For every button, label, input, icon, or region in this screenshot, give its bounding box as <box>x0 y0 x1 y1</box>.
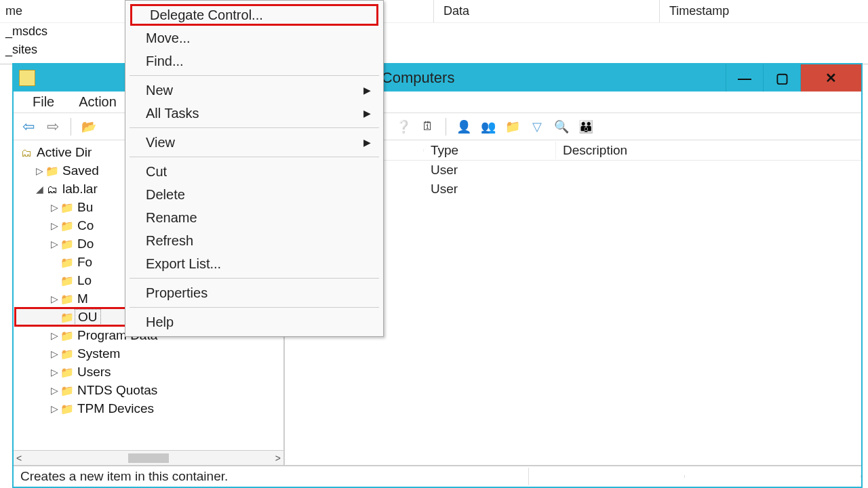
scroll-left-icon[interactable]: < <box>16 453 22 464</box>
dns-col-timestamp[interactable]: Timestamp <box>664 1 734 21</box>
expander-icon[interactable]: ▷ <box>49 330 60 341</box>
ctx-separator <box>130 278 379 279</box>
submenu-arrow-icon: ▶ <box>363 108 371 119</box>
folder-icon <box>60 346 75 361</box>
folder-icon <box>60 328 75 343</box>
submenu-arrow-icon: ▶ <box>363 85 371 96</box>
up-folder-icon[interactable] <box>79 117 98 136</box>
help-icon[interactable] <box>394 117 413 136</box>
ctx-cut[interactable]: Cut <box>125 160 383 183</box>
tree-item-ntds-quotas[interactable]: ▷NTDS Quotas <box>15 381 283 399</box>
folder-icon <box>60 218 75 233</box>
ctx-help[interactable]: Help <box>125 310 383 333</box>
find-icon[interactable] <box>552 117 571 136</box>
expander-icon[interactable]: ▷ <box>49 385 60 396</box>
forward-icon[interactable] <box>43 117 62 136</box>
root-icon <box>19 145 34 160</box>
new-ou-icon[interactable] <box>503 117 522 136</box>
expander-icon[interactable]: ▷ <box>49 403 60 414</box>
tree-item-users[interactable]: ▷Users <box>15 363 283 381</box>
menu-action[interactable]: Action <box>66 93 129 111</box>
ctx-export-list[interactable]: Export List... <box>125 252 383 275</box>
new-user-icon[interactable] <box>454 117 473 136</box>
context-menu: Delegate Control...Move...Find...New▶All… <box>125 0 384 337</box>
folder-icon <box>45 163 60 178</box>
ctx-separator <box>130 75 379 76</box>
expander-icon[interactable]: ▷ <box>49 367 60 378</box>
ctx-rename[interactable]: Rename <box>125 206 383 229</box>
scroll-thumb[interactable] <box>128 453 169 463</box>
ctx-new[interactable]: New▶ <box>125 79 383 102</box>
folder-icon <box>60 255 75 270</box>
folder-icon <box>60 310 75 325</box>
ctx-all-tasks[interactable]: All Tasks▶ <box>125 102 383 125</box>
ctx-delegate-control[interactable]: Delegate Control... <box>130 3 379 26</box>
tree-hscrollbar[interactable]: < > <box>14 450 283 465</box>
folder-icon <box>60 291 75 306</box>
expander-icon[interactable]: ▷ <box>49 348 60 359</box>
folder-icon <box>60 237 75 251</box>
status-text: Creates a new item in this container. <box>14 468 529 485</box>
ctx-separator <box>130 307 379 308</box>
expander-icon[interactable]: ▷ <box>49 293 60 304</box>
expander-icon[interactable]: ▷ <box>34 165 45 176</box>
tree-item-tpm-devices[interactable]: ▷TPM Devices <box>15 399 283 418</box>
close-button[interactable]: ✕ <box>800 64 861 92</box>
schedule-icon[interactable] <box>418 117 437 136</box>
list-col-type[interactable]: Type <box>424 142 556 159</box>
menu-file[interactable]: File <box>20 93 66 111</box>
expander-icon[interactable]: ▷ <box>49 202 60 213</box>
minimize-button[interactable]: — <box>726 64 763 92</box>
ctx-properties[interactable]: Properties <box>125 281 383 304</box>
submenu-arrow-icon: ▶ <box>363 137 371 148</box>
scroll-right-icon[interactable]: > <box>275 453 281 464</box>
ctx-delete[interactable]: Delete <box>125 183 383 206</box>
list-col-desc[interactable]: Description <box>556 142 861 159</box>
app-icon <box>19 70 35 86</box>
statusbar: Creates a new item in this container. <box>14 466 861 486</box>
expander-icon[interactable]: ▷ <box>49 239 60 249</box>
ctx-move[interactable]: Move... <box>125 26 383 49</box>
folder-icon <box>60 383 75 398</box>
tree-item-system[interactable]: ▷System <box>15 344 283 363</box>
folder-icon <box>60 273 75 288</box>
ctx-separator <box>130 157 379 157</box>
expander-icon[interactable]: ◢ <box>34 184 45 195</box>
folder-icon <box>60 365 75 380</box>
add-to-group-icon[interactable] <box>576 117 595 136</box>
new-group-icon[interactable] <box>479 117 498 136</box>
ctx-separator <box>130 127 379 128</box>
expander-icon[interactable]: ▷ <box>49 220 60 231</box>
dns-col-name[interactable]: me <box>0 1 122 21</box>
folder-icon <box>45 182 60 197</box>
back-icon[interactable] <box>19 117 38 136</box>
folder-icon <box>60 401 75 416</box>
dns-col-data[interactable]: Data <box>438 1 655 21</box>
ctx-refresh[interactable]: Refresh <box>125 229 383 252</box>
ctx-find[interactable]: Find... <box>125 49 383 73</box>
folder-icon <box>60 200 75 215</box>
maximize-button[interactable]: ▢ <box>763 64 800 92</box>
filter-icon[interactable] <box>528 117 547 136</box>
ctx-view[interactable]: View▶ <box>125 131 383 154</box>
